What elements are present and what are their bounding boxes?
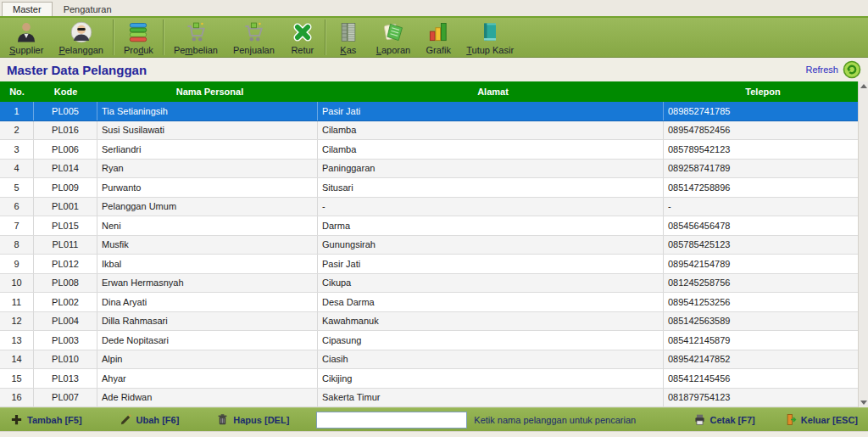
cell-alamat: Cilamba bbox=[318, 140, 664, 159]
cell-nama: Purwanto bbox=[97, 178, 318, 197]
table-row[interactable]: 11PL002Dina AryatiDesa Darma089541253256 bbox=[0, 293, 858, 312]
hapus-button[interactable]: Hapus [DEL] bbox=[216, 413, 289, 426]
pelanggan-icon bbox=[69, 20, 94, 44]
table-row[interactable]: 9PL012IkbalPasir Jati089542154789 bbox=[0, 255, 858, 274]
title-bar: Master Data Pelanggan Refresh bbox=[0, 58, 868, 81]
table-row[interactable]: 15PL013AhyarCikijing085412145456 bbox=[0, 369, 858, 389]
vertical-scrollbar[interactable] bbox=[858, 81, 868, 407]
table-row[interactable]: 12PL004Dilla RahmasariKawahmanuk08514256… bbox=[0, 312, 858, 332]
laporan-icon bbox=[381, 20, 406, 44]
cell-no: 13 bbox=[0, 331, 34, 350]
refresh-button[interactable]: Refresh bbox=[805, 60, 861, 79]
toolbar-item-penjualan[interactable]: Penjualan bbox=[225, 18, 282, 57]
table-row[interactable]: 1PL005Tia SetianingsihPasir Jati08985274… bbox=[0, 102, 858, 121]
cell-alamat: Paninggaran bbox=[318, 160, 664, 178]
scroll-up-icon[interactable] bbox=[860, 84, 867, 88]
cell-telepon: 085789542123 bbox=[664, 140, 858, 159]
column-header-nama-personal: Nama Personal bbox=[97, 81, 318, 102]
cell-no: 9 bbox=[0, 255, 34, 273]
toolbar-item-pelanggan[interactable]: Pelanggan bbox=[51, 18, 111, 57]
tambah-button[interactable]: Tambah [F5] bbox=[10, 413, 82, 426]
produk-icon bbox=[125, 20, 151, 44]
cell-no: 15 bbox=[0, 369, 34, 388]
cell-alamat: Kawahmanuk bbox=[318, 312, 664, 331]
cell-telepon: 089541253256 bbox=[664, 293, 858, 311]
keluar-button[interactable]: Keluar [ESC] bbox=[784, 413, 858, 426]
tab-pengaturan[interactable]: Pengaturan bbox=[53, 2, 123, 16]
column-header-alamat: Alamat bbox=[318, 81, 664, 102]
cell-no: 8 bbox=[0, 236, 34, 255]
toolbar-item-laporan[interactable]: Laporan bbox=[369, 18, 418, 57]
penjualan-icon bbox=[241, 20, 266, 44]
table-row[interactable]: 14PL010AlpinCiasih089542147852 bbox=[0, 350, 858, 370]
table-row[interactable]: 2PL016Susi SusilawatiCilamba089547852456 bbox=[0, 121, 858, 141]
table-row[interactable]: 8PL011MusfikGunungsirah085785425123 bbox=[0, 236, 858, 255]
cell-alamat: Desa Darma bbox=[318, 293, 664, 311]
cell-nama: Tia Setianingsih bbox=[97, 102, 318, 120]
retur-icon bbox=[290, 20, 315, 44]
hapus-label: Hapus [DEL] bbox=[233, 415, 289, 425]
toolbar-item-label: Retur bbox=[291, 45, 314, 55]
toolbar-separator bbox=[113, 20, 114, 55]
cell-alamat: Darma bbox=[318, 216, 664, 235]
toolbar-item-label: Pelanggan bbox=[58, 45, 103, 55]
cell-nama: Neni bbox=[97, 216, 318, 235]
cell-kode: PL008 bbox=[34, 274, 97, 293]
cell-kode: PL010 bbox=[34, 350, 97, 369]
refresh-icon bbox=[843, 60, 861, 79]
toolbar-item-grafik[interactable]: Grafik bbox=[418, 18, 459, 57]
toolbar-separator bbox=[163, 20, 164, 55]
cell-telepon: 085142563589 bbox=[664, 312, 858, 331]
ubah-button[interactable]: Ubah [F6] bbox=[120, 413, 180, 426]
cell-kode: PL011 bbox=[34, 236, 97, 255]
table-body: 1PL005Tia SetianingsihPasir Jati08985274… bbox=[0, 102, 858, 407]
cell-kode: PL004 bbox=[34, 312, 97, 331]
tambah-label: Tambah [F5] bbox=[27, 415, 82, 425]
cetak-label: Cetak [F7] bbox=[710, 415, 755, 425]
search-hint-label: Ketik nama pelanggan untuk pencarian bbox=[474, 415, 636, 425]
tutup-kasir-icon bbox=[477, 20, 503, 44]
table-row[interactable]: 10PL008Erwan HermasnyahCikupa08124525875… bbox=[0, 274, 858, 294]
cell-no: 4 bbox=[0, 160, 34, 178]
toolbar-item-kas[interactable]: Kas bbox=[328, 18, 369, 57]
toolbar-item-produk[interactable]: Produk bbox=[116, 18, 161, 57]
page-title: Master Data Pelanggan bbox=[7, 63, 147, 77]
cell-no: 3 bbox=[0, 140, 34, 159]
cetak-button[interactable]: Cetak [F7] bbox=[693, 413, 755, 426]
scroll-down-icon[interactable] bbox=[860, 401, 867, 405]
toolbar-item-pembelian[interactable]: Pembelian bbox=[166, 18, 225, 57]
cell-telepon: 085412145456 bbox=[664, 369, 858, 388]
tab-master[interactable]: Master bbox=[2, 2, 53, 16]
cell-telepon: 081879754123 bbox=[664, 389, 858, 407]
cell-no: 7 bbox=[0, 216, 34, 235]
cell-nama: Musfik bbox=[97, 236, 318, 255]
cell-nama: Erwan Hermasnyah bbox=[97, 274, 318, 293]
table-row[interactable]: 13PL003Dede NopitasariCipasung0854121458… bbox=[0, 331, 858, 350]
cell-kode: PL006 bbox=[34, 140, 97, 159]
cell-no: 6 bbox=[0, 198, 34, 216]
cell-telepon: - bbox=[664, 198, 858, 216]
trash-icon bbox=[216, 413, 229, 426]
cell-nama: Dede Nopitasari bbox=[97, 331, 318, 350]
cell-telepon: 089542154789 bbox=[664, 255, 858, 273]
table-row[interactable]: 5PL009PurwantoSitusari085147258896 bbox=[0, 178, 858, 198]
search-input[interactable] bbox=[316, 412, 467, 429]
cell-nama: Pelanggan Umum bbox=[97, 198, 318, 216]
cell-no: 16 bbox=[0, 389, 34, 407]
cell-alamat: Situsari bbox=[318, 178, 664, 197]
table-row[interactable]: 4PL014RyanPaninggaran089258741789 bbox=[0, 160, 858, 179]
table-row[interactable]: 3PL006SerliandriCilamba085789542123 bbox=[0, 140, 858, 160]
table-row[interactable]: 6PL001Pelanggan Umum-- bbox=[0, 198, 858, 217]
status-strip bbox=[0, 431, 868, 437]
column-header-no: No. bbox=[0, 81, 34, 102]
toolbar-separator bbox=[325, 20, 326, 55]
table-row[interactable]: 16PL007Ade RidwanSakerta Timur0818797541… bbox=[0, 389, 858, 408]
table-row[interactable]: 7PL015NeniDarma085456456478 bbox=[0, 216, 858, 236]
toolbar-item-supplier[interactable]: Supplier bbox=[2, 18, 51, 57]
cell-nama: Ahyar bbox=[97, 369, 318, 388]
toolbar-item-tutup-kasir[interactable]: Tutup Kasir bbox=[459, 18, 521, 57]
cell-kode: PL014 bbox=[34, 160, 97, 178]
refresh-label: Refresh bbox=[805, 64, 838, 75]
toolbar-item-retur[interactable]: Retur bbox=[282, 18, 323, 57]
kas-icon bbox=[336, 20, 361, 44]
